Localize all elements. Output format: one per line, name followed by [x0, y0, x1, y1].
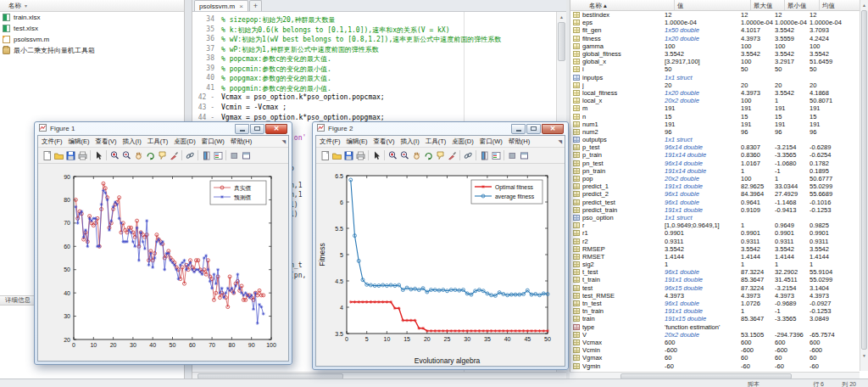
workspace-vscrollbar[interactable]: ▲ ▼ [860, 0, 868, 371]
table-row[interactable]: predict_296x1 double84.396427.492955.668… [570, 190, 860, 198]
table-row[interactable]: predict_train191x1 double0.9109-0.9413-0… [570, 206, 860, 214]
column-header-0[interactable]: 名称 ▴ [570, 0, 675, 11]
menu-item[interactable]: 编辑(E) [69, 137, 90, 146]
table-row[interactable]: t_test96x1 double87.322432.290255.9104 [570, 268, 860, 276]
new-file-icon[interactable] [319, 149, 331, 161]
table-row[interactable]: predict_test96x1 double0.9641-1.1468-0.1… [570, 199, 860, 206]
open-folder-icon[interactable] [53, 149, 64, 161]
code-line[interactable]: 41% popgmin:参数c的变化的最小值. [192, 84, 566, 93]
menu-item[interactable]: 工具(T) [147, 137, 169, 146]
table-row[interactable]: V20x2 double53.1505-294.7396-65.7574 [570, 331, 860, 339]
new-tab-button[interactable]: + [249, 0, 262, 11]
table-row[interactable]: inputps1x1 struct [570, 74, 860, 81]
dock-icon[interactable]: ◥ [558, 138, 562, 144]
rotate-3d-icon[interactable] [422, 149, 434, 161]
menu-item[interactable]: 帮助(H) [231, 137, 252, 146]
table-row[interactable]: fit_gen1x50 double4.10173.55423.7093 [570, 26, 860, 34]
save-icon[interactable] [342, 149, 354, 161]
print-icon[interactable] [76, 149, 88, 161]
scroll-up-button[interactable]: ▲ [557, 12, 566, 21]
table-row[interactable]: eps1.0000e-041.0000e-041.0000e-041.0000e… [570, 19, 860, 26]
table-row[interactable]: t_train191x1 double85.364731.451155.0299 [570, 276, 860, 283]
table-row[interactable]: gamma100100100100 [570, 42, 860, 50]
minimize-button[interactable] [235, 124, 249, 134]
scrollbar-thumb[interactable] [861, 10, 867, 350]
minimize-button[interactable] [511, 124, 526, 134]
menu-item[interactable]: 工具(T) [426, 137, 447, 146]
insert-legend-icon[interactable] [490, 149, 502, 161]
code-line[interactable]: 38% popcmax:参数c的变化的最大值. [192, 54, 566, 64]
scroll-down-button[interactable]: ▼ [860, 351, 868, 360]
menu-item[interactable]: 窗口(W) [480, 137, 503, 146]
show-plot-tools-icon[interactable] [240, 149, 252, 161]
column-header-3[interactable]: 最小值 [785, 0, 820, 11]
save-icon[interactable] [64, 149, 76, 161]
figure1-titlebar[interactable]: Figure 1 ✕ [37, 122, 289, 135]
pan-icon[interactable] [132, 149, 144, 161]
link-plots-icon[interactable] [462, 149, 474, 161]
data-cursor-icon[interactable] [156, 149, 168, 161]
table-row[interactable]: local_x20x2 double100150.8071 [570, 97, 860, 104]
table-row[interactable]: Vcmax600600600600 [570, 339, 860, 346]
tab-close-icon[interactable]: × [239, 3, 243, 10]
tab-psolssvm[interactable]: psolssvm.m × [194, 0, 248, 11]
link-plots-icon[interactable] [184, 149, 196, 161]
scroll-up-button[interactable]: ▲ [860, 0, 868, 9]
table-row[interactable]: n15151515 [570, 112, 860, 120]
table-row[interactable]: tn_test96x1 double1.0726-0.9689-0.0927 [570, 300, 860, 307]
table-row[interactable]: i50505050 [570, 65, 860, 73]
insert-legend-icon[interactable] [212, 149, 224, 161]
menu-item[interactable]: 窗口(W) [202, 137, 225, 146]
maximize-button[interactable] [250, 124, 264, 134]
maximize-button[interactable] [526, 124, 541, 134]
table-row[interactable]: num1191191191191 [570, 121, 860, 128]
menu-item[interactable]: 桌面(D) [174, 137, 195, 146]
menu-item[interactable]: 文件(F) [42, 137, 63, 146]
table-row[interactable]: p_test96x14 double0.8307-3.2154-0.6289 [570, 143, 860, 151]
code-line[interactable]: 37% wP:初始为1,种群更新公式中速度前面的弹性系数 [192, 45, 566, 54]
table-row[interactable]: tn_train191x1 double1-1-0.1253 [570, 307, 860, 315]
code-line[interactable]: 43 -Vcmin = -Vcmax ; [192, 104, 566, 113]
table-row[interactable]: fitness1x20 double4.39733.55594.2424 [570, 35, 860, 42]
table-row[interactable]: predict_1191x1 double82.962533.034455.02… [570, 182, 860, 190]
code-line[interactable]: 39% popcmin:参数c的变化的最小值. [192, 64, 566, 74]
table-row[interactable]: local_fitness1x20 double4.39733.55424.18… [570, 89, 860, 97]
table-row[interactable]: type'function estimation' [570, 323, 860, 331]
insert-colorbar-icon[interactable] [200, 149, 212, 161]
code-line[interactable]: 34% sizepop:初始为20,种群最大数量 [192, 15, 566, 25]
close-button[interactable]: ✕ [265, 124, 287, 134]
table-row[interactable]: Vgmax60606060 [570, 354, 860, 362]
table-row[interactable]: Vgmin-60-60-60-60 [570, 362, 860, 369]
code-line[interactable]: 35% k:初始为0.6(k belongs to [0.1,1.0]),速率和… [192, 25, 566, 35]
file-item[interactable]: test.xlsx [0, 23, 184, 34]
menu-item[interactable]: 查看(V) [374, 137, 395, 146]
table-row[interactable]: train191x15 double85.3647-3.35653.0849 [570, 315, 860, 322]
column-header-2[interactable]: 最大值 [751, 0, 785, 11]
zoom-in-icon[interactable] [387, 149, 398, 161]
table-row[interactable]: test96x15 double87.3224-3.21543.1404 [570, 284, 860, 292]
table-row[interactable]: global_fitness3.55423.55423.55423.5542 [570, 50, 860, 58]
figure1-window[interactable]: Figure 1 ✕ 文件(F)编辑(E)查看(V)插入(I)工具(T)桌面(D… [34, 121, 292, 365]
table-row[interactable]: outputps1x1 struct [570, 136, 860, 143]
table-row[interactable]: Vcmin-600-600-600-600 [570, 346, 860, 354]
figure2-window[interactable]: Figure 2 ✕ 文件(F)编辑(E)查看(V)插入(I)工具(T)桌面(D… [312, 121, 569, 370]
scrollbar-thumb[interactable] [558, 22, 565, 61]
close-button[interactable]: ✕ [542, 124, 564, 134]
code-line[interactable]: 40% popgmax:参数g的变化的最大值. [192, 74, 566, 83]
folder-column-header[interactable]: 名称 ▾ [0, 0, 184, 12]
table-row[interactable]: test_RMSE4.39734.39734.39734.3973 [570, 292, 860, 300]
column-header-1[interactable]: 值 [675, 0, 751, 11]
editor-hscrollbar[interactable] [192, 372, 566, 379]
code-line[interactable]: 42 -Vcmax = pso_option.k*pso_option.popc… [192, 93, 566, 103]
data-cursor-icon[interactable] [434, 149, 446, 161]
table-row[interactable]: num296969696 [570, 128, 860, 136]
table-row[interactable]: bestindex12121212 [570, 11, 860, 19]
table-row[interactable]: pn_train191x14 double1-10.1895 [570, 167, 860, 175]
table-row[interactable]: global_x[3.2917,100]1003.291751.6459 [570, 58, 860, 65]
file-item[interactable]: train.xlsx [0, 12, 184, 23]
pan-icon[interactable] [410, 149, 422, 161]
table-row[interactable]: pso_option1x1 struct [570, 214, 860, 222]
table-row[interactable]: r20.93110.93110.93110.9311 [570, 237, 860, 244]
menu-item[interactable]: 帮助(H) [509, 137, 530, 146]
cursor-icon[interactable] [92, 149, 104, 161]
